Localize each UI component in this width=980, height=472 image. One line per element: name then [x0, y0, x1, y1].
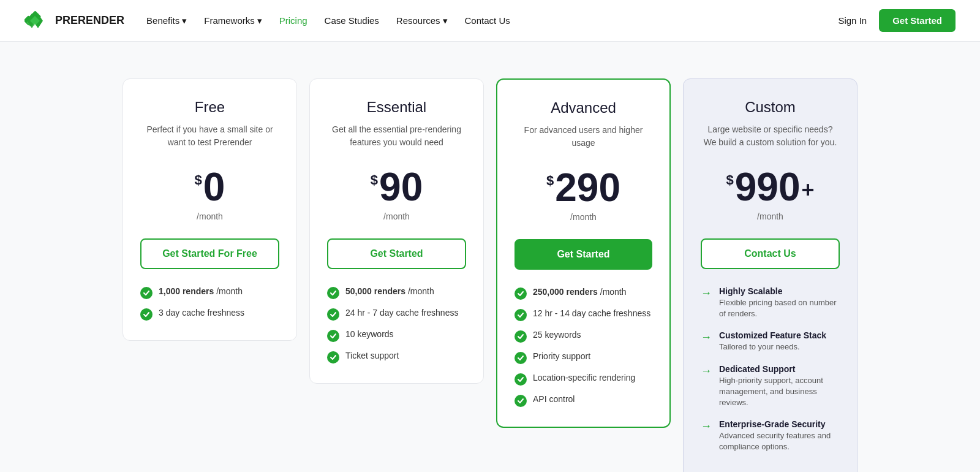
custom-feature-support: → Dedicated Support High-priority suppor… — [701, 364, 840, 409]
list-item: 12 hr - 14 day cache freshness — [514, 308, 652, 321]
logo-icon — [24, 11, 49, 31]
plan-advanced: Advanced For advanced users and higher u… — [496, 78, 671, 428]
plan-free-price: $ 0 — [140, 167, 279, 207]
check-icon — [514, 352, 527, 364]
plan-custom-period: /month — [701, 211, 840, 221]
plan-advanced-features: 250,000 renders /month 12 hr - 14 day ca… — [514, 287, 652, 407]
plan-free-desc: Perfect if you have a small site or want… — [140, 123, 279, 153]
nav-pricing[interactable]: Pricing — [279, 15, 307, 26]
plan-essential: Essential Get all the essential pre-rend… — [309, 78, 484, 384]
logo[interactable]: PRERENDER — [24, 11, 124, 31]
plan-advanced-cta[interactable]: Get Started — [514, 239, 652, 270]
price-amount: 90 — [379, 167, 423, 207]
nav-benefits[interactable]: Benefits ▾ — [146, 15, 187, 26]
price-amount: 290 — [555, 168, 620, 207]
nav-frameworks[interactable]: Frameworks ▾ — [204, 15, 262, 26]
price-dollar: $ — [546, 173, 554, 189]
plan-advanced-desc: For advanced users and higher usage — [514, 124, 652, 153]
plan-essential-price: $ 90 — [327, 167, 466, 207]
arrow-icon: → — [701, 331, 712, 344]
plan-advanced-title: Advanced — [514, 99, 652, 116]
check-icon — [514, 395, 527, 407]
check-icon — [327, 330, 339, 342]
check-icon — [327, 351, 339, 364]
list-item: 10 keywords — [327, 329, 466, 342]
plan-essential-title: Essential — [327, 99, 466, 116]
plan-custom-price: $ 990 + — [701, 167, 840, 207]
list-item: 250,000 renders /month — [514, 287, 652, 300]
list-item: 50,000 renders /month — [327, 286, 466, 299]
navbar: PRERENDER Benefits ▾ Frameworks ▾ Pricin… — [0, 0, 980, 42]
nav-links: Benefits ▾ Frameworks ▾ Pricing Case Stu… — [146, 15, 510, 26]
price-dollar: $ — [195, 172, 202, 188]
nav-right: Sign In Get Started — [838, 9, 956, 32]
check-icon — [514, 309, 527, 321]
list-item: 24 hr - 7 day cache freshness — [327, 308, 466, 321]
plan-advanced-price: $ 290 — [514, 168, 652, 207]
plan-free-features: 1,000 renders /month 3 day cache freshne… — [140, 286, 279, 321]
check-icon — [327, 287, 339, 299]
custom-feature-security: → Enterprise-Grade Security Advanced sec… — [701, 419, 840, 452]
nav-left: PRERENDER Benefits ▾ Frameworks ▾ Pricin… — [24, 11, 510, 31]
price-amount: 990 — [735, 167, 801, 207]
price-dollar: $ — [371, 172, 378, 188]
plan-essential-features: 50,000 renders /month 24 hr - 7 day cach… — [327, 286, 466, 364]
chevron-down-icon: ▾ — [257, 15, 262, 26]
check-icon — [327, 308, 339, 321]
plan-custom-cta[interactable]: Contact Us — [701, 238, 840, 269]
plan-free-period: /month — [140, 211, 279, 221]
check-icon — [514, 330, 527, 343]
plan-essential-period: /month — [327, 211, 466, 221]
list-item: 3 day cache freshness — [140, 308, 279, 321]
list-item: Location-specific rendering — [514, 373, 652, 386]
nav-case-studies[interactable]: Case Studies — [325, 15, 379, 26]
check-icon — [140, 308, 153, 321]
arrow-icon: → — [701, 365, 712, 378]
plan-custom-desc: Large website or specific needs? We buil… — [701, 123, 840, 153]
plan-free: Free Perfect if you have a small site or… — [123, 78, 297, 341]
plan-custom-title: Custom — [701, 99, 840, 116]
list-item: Ticket support — [327, 351, 466, 364]
price-amount: 0 — [203, 167, 225, 207]
plan-essential-desc: Get all the essential pre-rendering feat… — [327, 123, 466, 153]
sign-in-link[interactable]: Sign In — [838, 15, 867, 26]
check-icon — [140, 287, 153, 299]
list-item: Priority support — [514, 351, 652, 364]
plan-custom: Custom Large website or specific needs? … — [683, 78, 858, 472]
plan-free-title: Free — [140, 99, 279, 116]
plan-essential-cta[interactable]: Get Started — [327, 238, 466, 269]
arrow-icon: → — [701, 420, 712, 433]
list-item: 25 keywords — [514, 330, 652, 343]
custom-feature-stack: → Customized Feature Stack Tailored to y… — [701, 330, 840, 352]
plan-free-cta[interactable]: Get Started For Free — [140, 238, 279, 269]
chevron-down-icon: ▾ — [182, 15, 187, 26]
price-dollar: $ — [726, 172, 733, 188]
plan-advanced-period: /month — [514, 212, 652, 222]
check-icon — [514, 373, 527, 386]
check-icon — [514, 287, 527, 300]
chevron-down-icon: ▾ — [443, 15, 448, 26]
get-started-nav-button[interactable]: Get Started — [879, 9, 956, 32]
list-item: 1,000 renders /month — [140, 286, 279, 299]
arrow-icon: → — [701, 287, 712, 300]
price-plus: + — [802, 177, 815, 203]
list-item: API control — [514, 394, 652, 407]
custom-feature-scalable: → Highly Scalable Flexible pricing based… — [701, 286, 840, 319]
nav-resources[interactable]: Resources ▾ — [396, 15, 448, 26]
pricing-section: Free Perfect if you have a small site or… — [98, 78, 882, 472]
brand-name: PRERENDER — [55, 14, 124, 27]
nav-contact[interactable]: Contact Us — [465, 15, 510, 26]
